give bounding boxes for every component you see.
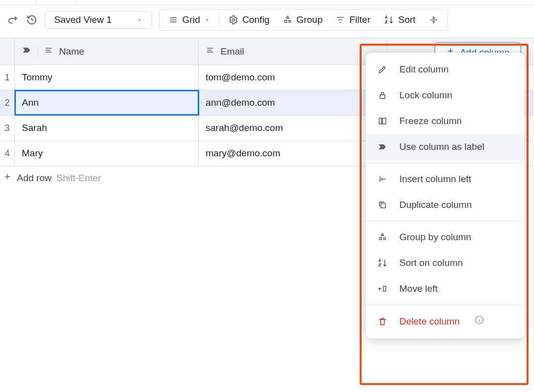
cell-email[interactable]: mary@demo.com [199, 141, 387, 166]
cell-email[interactable]: sarah@demo.com [199, 116, 387, 140]
lock-icon [377, 89, 388, 101]
column-context-menu: Edit column Lock column Freeze column Us… [366, 53, 525, 338]
grid-lines-icon [168, 15, 178, 25]
menu-item-label: Lock column [399, 90, 453, 101]
menu-sort-on[interactable]: Sort on column [366, 250, 525, 276]
add-row-shortcut: Shift-Enter [57, 173, 101, 184]
cell-value: Mary [22, 148, 43, 159]
sort-label: Sort [398, 14, 416, 25]
svg-point-2 [289, 20, 291, 22]
cell-value: Sarah [22, 123, 47, 133]
row-number: 3 [0, 116, 15, 140]
cell-value: tom@demo.com [206, 72, 275, 83]
history-icon[interactable] [26, 14, 38, 26]
insert-left-icon [377, 173, 388, 185]
row-number: 1 [0, 65, 15, 90]
menu-item-label: Edit column [399, 64, 449, 75]
view-selector[interactable]: Saved View 1 [45, 11, 152, 29]
collapse-button[interactable] [424, 12, 444, 28]
column-header-name[interactable]: Name [15, 38, 199, 65]
pencil-icon [377, 64, 388, 75]
text-column-icon [206, 46, 215, 57]
filter-label: Filter [349, 14, 370, 25]
filter-button[interactable]: Filter [330, 11, 375, 28]
column-header-email[interactable]: Email [199, 38, 387, 65]
cell-email[interactable]: ann@demo.com [199, 90, 387, 115]
cell-name[interactable]: Sarah [15, 116, 199, 140]
caret-down-icon [137, 17, 143, 23]
gear-icon [229, 15, 238, 25]
cell-value: Tommy [22, 72, 52, 83]
column-header-name-label: Name [59, 46, 84, 57]
config-button[interactable]: Config [224, 11, 275, 28]
duplicate-icon [377, 199, 388, 211]
svg-rect-4 [379, 118, 381, 124]
cell-name[interactable]: Tommy [15, 65, 199, 90]
menu-use-as-label[interactable]: Use column as label [366, 134, 525, 160]
cell-name[interactable]: Mary [15, 141, 199, 166]
menu-item-label: Sort on column [399, 258, 463, 268]
cell-value: Ann [22, 97, 39, 108]
label-tag-icon [377, 141, 388, 153]
svg-rect-5 [382, 118, 386, 124]
menu-duplicate[interactable]: Duplicate column [366, 192, 525, 218]
menu-item-label: Insert column left [399, 174, 471, 185]
row-number: 2 [0, 90, 15, 115]
svg-rect-9 [383, 286, 386, 291]
caret-down-icon [204, 17, 210, 23]
menu-item-label: Duplicate column [399, 199, 472, 210]
move-left-icon [377, 283, 388, 295]
sort-az-icon [377, 257, 388, 269]
menu-lock-column[interactable]: Lock column [366, 82, 525, 108]
sort-az-icon [383, 14, 394, 25]
svg-point-8 [383, 238, 385, 240]
row-number: 4 [0, 141, 15, 166]
menu-item-label: Use column as label [399, 141, 484, 152]
menu-item-label: Move left [399, 283, 438, 294]
svg-rect-3 [380, 95, 385, 99]
plus-icon [3, 172, 12, 184]
cell-email[interactable]: tom@demo.com [199, 65, 387, 90]
window-chrome-fragment [0, 0, 534, 5]
cell-value: mary@demo.com [206, 148, 280, 159]
svg-rect-7 [380, 238, 381, 240]
sort-button[interactable]: Sort [379, 11, 421, 28]
group-icon [283, 15, 293, 25]
freeze-icon [377, 115, 388, 127]
collapse-vertical-icon [429, 15, 439, 25]
view-label: Saved View 1 [54, 14, 112, 25]
menu-item-label: Delete column [399, 316, 459, 327]
group-label: Group [297, 14, 323, 25]
trash-icon [377, 316, 388, 327]
svg-rect-6 [381, 203, 385, 208]
redo-icon[interactable] [7, 14, 19, 26]
filter-icon [335, 15, 345, 25]
menu-delete-column[interactable]: Delete column [366, 308, 525, 334]
menu-insert-left[interactable]: Insert column left [366, 166, 525, 192]
add-row-label: Add row [17, 173, 52, 184]
menu-group-by[interactable]: Group by column [366, 224, 525, 250]
svg-rect-1 [285, 20, 287, 22]
layout-button[interactable]: Grid [163, 11, 215, 28]
info-icon [474, 315, 484, 327]
group-button[interactable]: Group [278, 11, 328, 28]
menu-freeze-column[interactable]: Freeze column [366, 108, 525, 134]
menu-move-left[interactable]: Move left [366, 276, 525, 302]
label-tag-icon [22, 45, 32, 58]
add-row-button[interactable]: Add row Shift-Enter [0, 166, 199, 190]
config-label: Config [242, 14, 270, 25]
toolbar-group: Grid Config Group Filter Sort [159, 9, 448, 31]
menu-edit-column[interactable]: Edit column [366, 57, 525, 82]
layout-label: Grid [182, 14, 200, 25]
cell-value: ann@demo.com [206, 97, 275, 108]
column-header-email-label: Email [221, 46, 244, 57]
menu-item-label: Group by column [399, 232, 471, 243]
group-icon [377, 231, 388, 243]
toolbar: Saved View 1 Grid Config Group [0, 6, 534, 38]
text-column-icon [44, 46, 53, 57]
cell-name[interactable]: Ann [15, 90, 199, 115]
svg-point-0 [232, 19, 234, 21]
cell-value: sarah@demo.com [206, 123, 283, 133]
menu-item-label: Freeze column [399, 116, 462, 127]
